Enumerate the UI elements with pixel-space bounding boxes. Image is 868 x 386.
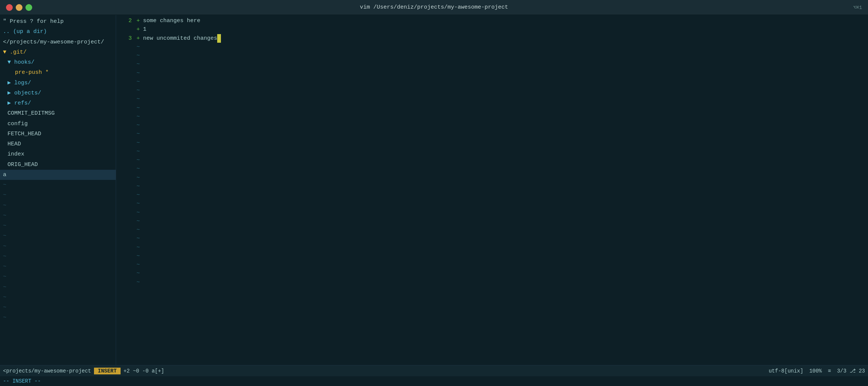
- sidebar-item-orig-head[interactable]: ORIG_HEAD: [0, 160, 116, 170]
- sidebar-tilde-6: ~: [0, 231, 116, 241]
- editor-tilde-1: ~: [116, 43, 868, 51]
- logs-dir-label: logs/: [14, 80, 31, 86]
- sidebar-tilde-14: ~: [0, 313, 116, 323]
- cursor: [217, 34, 221, 43]
- sidebar-tilde-5: ~: [0, 221, 116, 231]
- git-dir-label: .git/: [10, 49, 27, 55]
- objects-dir-label: objects/: [14, 90, 41, 96]
- line-number-2: 2: [116, 16, 135, 25]
- line-change-2: +: [135, 16, 142, 25]
- sidebar-item-pre-push[interactable]: pre-push *: [0, 67, 116, 78]
- status-git-info: +2 ~0 -0: [124, 368, 149, 374]
- status-bar: <projects/my-awesome-project INSERT +2 ~…: [0, 365, 868, 376]
- window-title: vim /Users/deniz/projects/my-awesome-pro…: [360, 4, 508, 10]
- refs-dir-label: refs/: [14, 100, 31, 106]
- editor-tilde-5: ~: [116, 78, 868, 86]
- sidebar-tilde-13: ~: [0, 302, 116, 313]
- expand-icon: ▼: [7, 59, 14, 66]
- editor-tilde-21: ~: [116, 217, 868, 226]
- sidebar-item-logs[interactable]: ▶ logs/: [0, 78, 116, 88]
- sidebar-item-hooks[interactable]: ▼ hooks/: [0, 57, 116, 67]
- collapse-icon: ▶: [7, 80, 14, 86]
- sidebar-item-git[interactable]: ▼ .git/: [0, 47, 116, 57]
- sidebar-tilde-9: ~: [0, 262, 116, 272]
- editor-tilde-12: ~: [116, 139, 868, 147]
- maximize-button[interactable]: [25, 4, 32, 11]
- sidebar-tilde-10: ~: [0, 272, 116, 282]
- sidebar-item-objects[interactable]: ▶ objects/: [0, 88, 116, 98]
- editor-tilde-18: ~: [116, 191, 868, 199]
- up-dir-item[interactable]: .. (up a dir): [0, 27, 116, 37]
- editor-tilde-11: ~: [116, 130, 868, 138]
- window-controls: [6, 4, 32, 11]
- sidebar-tilde-2: ~: [0, 190, 116, 200]
- status-path: <projects/my-awesome-project: [3, 368, 91, 374]
- editor-tilde-7: ~: [116, 95, 868, 103]
- editor-content: 2 + some changes here + 1 3 + new uncomm…: [116, 15, 868, 288]
- editor-tilde-20: ~: [116, 208, 868, 217]
- editor-tilde-24: ~: [116, 243, 868, 252]
- editor-line-2: 2 + some changes here: [116, 16, 868, 25]
- sidebar-tilde-12: ~: [0, 292, 116, 302]
- editor-tilde-13: ~: [116, 147, 868, 156]
- editor-tilde-23: ~: [116, 234, 868, 243]
- collapse-icon: ▶: [7, 90, 14, 96]
- line-change-blank: +: [135, 25, 142, 34]
- sidebar-item-index[interactable]: index: [0, 149, 116, 159]
- editor-tilde-9: ~: [116, 112, 868, 121]
- vim-container: " Press ? for help .. (up a dir) </proje…: [0, 15, 868, 365]
- status-encoding: utf-8[unix]: [769, 368, 803, 374]
- sidebar-tilde-4: ~: [0, 211, 116, 221]
- status-position: 3/3 ⎇ 23: [837, 368, 865, 374]
- minimize-button[interactable]: [16, 4, 22, 11]
- editor-area[interactable]: 2 + some changes here + 1 3 + new uncomm…: [116, 15, 868, 365]
- help-text: " Press ? for help: [0, 16, 116, 27]
- branch-icon: ⎇: [850, 368, 859, 374]
- editor-tilde-3: ~: [116, 60, 868, 69]
- sidebar-item-head[interactable]: HEAD: [0, 139, 116, 149]
- line-content-blank: 1: [142, 25, 146, 34]
- editor-tildes: ~~~~~~~~~~~~~~~~~~~~~~~~~~~~: [116, 43, 868, 287]
- editor-tilde-15: ~: [116, 165, 868, 173]
- sidebar-item-refs[interactable]: ▶ refs/: [0, 98, 116, 108]
- status-right: utf-8[unix] 100% ≡ 3/3 ⎇ 23: [769, 368, 865, 374]
- editor-tilde-2: ~: [116, 51, 868, 60]
- editor-tilde-8: ~: [116, 104, 868, 112]
- editor-tilde-10: ~: [116, 121, 868, 130]
- collapse-icon: ▶: [7, 100, 14, 106]
- status-filename: a[+]: [152, 368, 164, 374]
- editor-line-blank: + 1: [116, 25, 868, 34]
- line-content-2: some changes here: [142, 16, 200, 25]
- lines-icon: ≡: [828, 368, 831, 374]
- hooks-dir-label: hooks/: [14, 59, 34, 66]
- file-tree-sidebar[interactable]: " Press ? for help .. (up a dir) </proje…: [0, 15, 116, 365]
- editor-tilde-28: ~: [116, 278, 868, 287]
- status-mode-badge: INSERT: [94, 368, 120, 374]
- editor-tilde-16: ~: [116, 174, 868, 182]
- sidebar-tilde-11: ~: [0, 282, 116, 292]
- editor-tilde-19: ~: [116, 199, 868, 208]
- editor-tilde-4: ~: [116, 69, 868, 78]
- keyboard-shortcut: ⌥⌘1: [853, 4, 862, 10]
- sidebar-item-a[interactable]: a: [0, 170, 116, 180]
- project-path: </projects/my-awesome-project/: [0, 37, 116, 47]
- sidebar-tilde-3: ~: [0, 200, 116, 211]
- editor-tilde-17: ~: [116, 182, 868, 191]
- sidebar-item-config[interactable]: config: [0, 119, 116, 129]
- status-percent: 100%: [809, 368, 822, 374]
- line-content-3: new uncommited changes: [142, 34, 221, 43]
- editor-tilde-14: ~: [116, 156, 868, 165]
- editor-tilde-26: ~: [116, 260, 868, 269]
- sidebar-item-commit-editmsg[interactable]: COMMIT_EDITMSG: [0, 108, 116, 118]
- sidebar-tilde-8: ~: [0, 251, 116, 262]
- sidebar-tilde-7: ~: [0, 241, 116, 251]
- editor-tilde-27: ~: [116, 269, 868, 278]
- insert-mode-label: -- INSERT --: [3, 378, 41, 384]
- sidebar-item-fetch-head[interactable]: FETCH_HEAD: [0, 129, 116, 139]
- editor-tilde-25: ~: [116, 252, 868, 260]
- line-change-3: +: [135, 34, 142, 43]
- title-bar: vim /Users/deniz/projects/my-awesome-pro…: [0, 0, 868, 15]
- close-button[interactable]: [6, 4, 13, 11]
- line-number-3: 3: [116, 34, 135, 43]
- expand-icon: ▼: [3, 49, 10, 55]
